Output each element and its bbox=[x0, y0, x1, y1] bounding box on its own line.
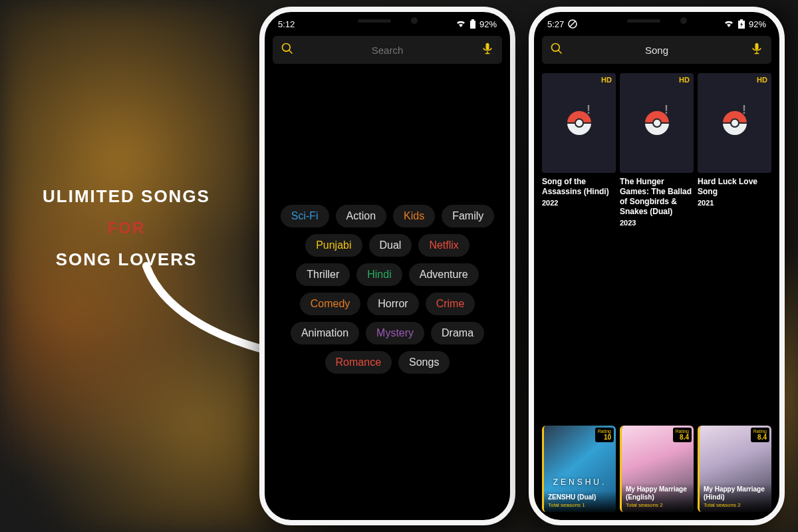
search-results: HD!Song of the Assassins (Hindi)2022HD!T… bbox=[534, 68, 779, 232]
search-bar[interactable] bbox=[273, 36, 502, 64]
chip-sci-fi[interactable]: Sci-Fi bbox=[281, 205, 329, 227]
featured-row: ZENSHU.Rating10ZENSHU (Dual)Total season… bbox=[542, 426, 771, 512]
result-card[interactable]: HD!Hard Luck Love Song2021 bbox=[698, 73, 771, 227]
svg-rect-1 bbox=[470, 21, 475, 29]
volume-down-button bbox=[259, 178, 260, 215]
chip-action[interactable]: Action bbox=[336, 205, 386, 227]
featured-title: My Happy Marriage (Hindi) bbox=[704, 485, 767, 501]
svg-rect-7 bbox=[740, 19, 743, 21]
featured-card[interactable]: Rating8.4My Happy Marriage (Hindi)Total … bbox=[698, 426, 771, 512]
svg-line-3 bbox=[289, 51, 293, 54]
svg-line-6 bbox=[570, 21, 575, 27]
svg-rect-0 bbox=[471, 19, 474, 21]
chip-dual[interactable]: Dual bbox=[369, 234, 412, 257]
chip-mystery[interactable]: Mystery bbox=[366, 322, 424, 344]
battery-charging-icon bbox=[737, 19, 745, 29]
search-input[interactable] bbox=[571, 45, 742, 56]
battery-percent: 92% bbox=[749, 19, 766, 29]
chip-crime[interactable]: Crime bbox=[426, 293, 475, 315]
chip-songs[interactable]: Songs bbox=[398, 351, 450, 374]
placeholder-icon bbox=[645, 111, 669, 135]
battery-icon bbox=[469, 19, 476, 29]
mic-icon[interactable] bbox=[750, 41, 763, 59]
chip-thriller[interactable]: Thriller bbox=[296, 263, 350, 286]
poster: HD! bbox=[542, 73, 616, 173]
chip-hindi[interactable]: Hindi bbox=[356, 263, 402, 286]
clock: 5:27 bbox=[547, 19, 564, 29]
result-card[interactable]: HD!The Hunger Games: The Ballad of Songb… bbox=[620, 73, 694, 227]
side-button bbox=[259, 98, 260, 120]
rating-badge: Rating10 bbox=[595, 428, 614, 442]
rating-badge: Rating8.4 bbox=[751, 428, 769, 442]
chip-animation[interactable]: Animation bbox=[291, 322, 359, 344]
rating-badge: Rating8.4 bbox=[673, 428, 692, 442]
featured-title: ZENSHU (Dual) bbox=[548, 493, 612, 501]
poster: HD! bbox=[620, 73, 694, 173]
search-bar[interactable] bbox=[542, 36, 771, 64]
hd-badge: HD bbox=[679, 76, 690, 84]
wifi-icon bbox=[724, 20, 734, 28]
wifi-icon bbox=[456, 20, 466, 28]
chip-netflix[interactable]: Netflix bbox=[418, 234, 469, 257]
phone-mockup-results: 5:27 92% HD!Song of the Assassins (Hindi… bbox=[529, 7, 785, 525]
svg-line-10 bbox=[559, 51, 562, 54]
tagline-3: SONG LOVERS bbox=[33, 249, 219, 270]
result-year: 2021 bbox=[698, 199, 771, 207]
chip-comedy[interactable]: Comedy bbox=[300, 293, 361, 315]
featured-card[interactable]: ZENSHU.Rating10ZENSHU (Dual)Total season… bbox=[542, 426, 616, 512]
chip-family[interactable]: Family bbox=[442, 205, 494, 227]
phone-mockup-categories: 5:12 92% Sci-FiActionKidsFamilyPunjabiDu… bbox=[259, 7, 515, 525]
tagline-1: ULIMITED SONGS bbox=[33, 186, 219, 207]
promo-tagline: ULIMITED SONGS FOR SONG LOVERS bbox=[33, 186, 219, 270]
chip-punjabi[interactable]: Punjabi bbox=[305, 234, 362, 257]
chip-romance[interactable]: Romance bbox=[325, 351, 392, 374]
hd-badge: HD bbox=[757, 76, 767, 84]
clock: 5:12 bbox=[278, 19, 295, 29]
chip-kids[interactable]: Kids bbox=[393, 205, 435, 227]
tagline-2: FOR bbox=[33, 219, 219, 237]
category-chips: Sci-FiActionKidsFamilyPunjabiDualNetflix… bbox=[265, 205, 510, 374]
phone-notch bbox=[604, 12, 710, 29]
search-input[interactable] bbox=[302, 45, 473, 56]
seasons-label: Total seasons 2 bbox=[704, 502, 767, 508]
featured-title: My Happy Marriage (English) bbox=[626, 485, 690, 501]
result-title: Hard Luck Love Song bbox=[698, 177, 771, 197]
seasons-label: Total seasons 1 bbox=[548, 502, 612, 508]
svg-rect-11 bbox=[755, 43, 759, 50]
chip-drama[interactable]: Drama bbox=[431, 322, 484, 344]
volume-up-button bbox=[259, 132, 260, 168]
mic-icon[interactable] bbox=[481, 41, 494, 59]
dnd-icon bbox=[568, 19, 577, 29]
search-icon[interactable] bbox=[281, 42, 294, 58]
chip-adventure[interactable]: Adventure bbox=[409, 263, 479, 286]
battery-percent: 92% bbox=[479, 19, 497, 29]
svg-point-9 bbox=[552, 44, 560, 52]
seasons-label: Total seasons 2 bbox=[626, 502, 690, 508]
chip-horror[interactable]: Horror bbox=[367, 293, 418, 315]
svg-rect-4 bbox=[486, 43, 489, 50]
svg-point-2 bbox=[283, 44, 291, 52]
result-title: The Hunger Games: The Ballad of Songbird… bbox=[620, 177, 694, 217]
hd-badge: HD bbox=[601, 76, 612, 84]
placeholder-icon bbox=[567, 111, 591, 135]
result-card[interactable]: HD!Song of the Assassins (Hindi)2022 bbox=[542, 73, 616, 227]
phone-notch bbox=[334, 12, 441, 29]
featured-card[interactable]: Rating8.4My Happy Marriage (English)Tota… bbox=[620, 426, 694, 512]
result-title: Song of the Assassins (Hindi) bbox=[542, 177, 616, 197]
result-year: 2023 bbox=[620, 219, 694, 227]
placeholder-icon bbox=[723, 111, 747, 135]
poster: HD! bbox=[698, 73, 771, 173]
brand-overlay: ZENSHU. bbox=[544, 477, 616, 487]
search-icon[interactable] bbox=[550, 42, 563, 58]
result-year: 2022 bbox=[542, 199, 616, 207]
